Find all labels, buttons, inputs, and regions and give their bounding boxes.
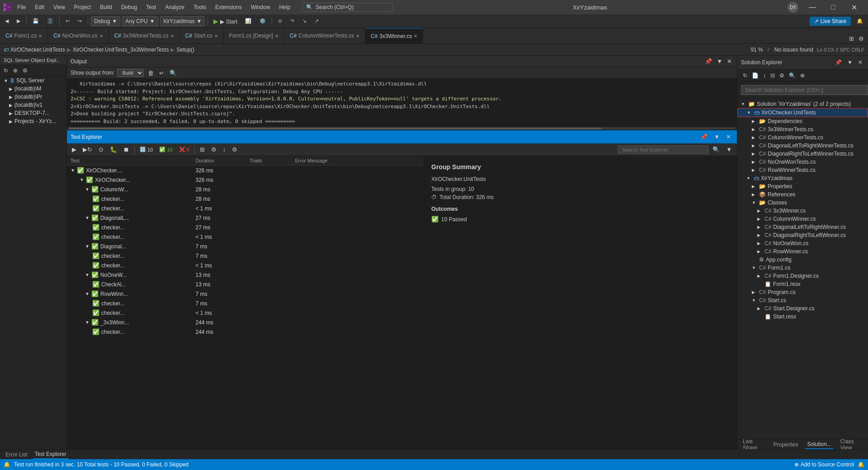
se-startresx[interactable]: 📋 Start.resx bbox=[737, 313, 868, 321]
title-search-box[interactable]: 🔍 Search (Ctrl+Q) bbox=[302, 3, 392, 12]
output-wrap-icon[interactable]: ↵ bbox=[158, 69, 165, 77]
output-clear-icon[interactable]: 🗑 bbox=[146, 69, 155, 77]
tab-bar-overflow[interactable]: ⊞ bbox=[847, 34, 856, 43]
tab-form1cs[interactable]: C# Form1.cs ✕ bbox=[0, 28, 48, 43]
sql-refresh-btn[interactable]: ↻ bbox=[2, 66, 10, 75]
start-button[interactable]: ▶ ▶ Start bbox=[211, 17, 240, 26]
se-class-noonewon[interactable]: ▶ C# NoOneWon.cs bbox=[737, 239, 868, 247]
config-dropdown[interactable]: Debug ▼ bbox=[91, 16, 120, 26]
se-classes-folder[interactable]: ▼ 📂 Classes bbox=[737, 199, 868, 207]
sql-desktop[interactable]: ▶ DESKTOP-7... bbox=[0, 109, 66, 117]
test-row-root[interactable]: ▼ ✅ XirOChecker.... 326 ms bbox=[67, 166, 424, 175]
te-settings-btn[interactable]: ⚙ bbox=[230, 145, 240, 154]
sql-filter-btn[interactable]: ⚙ bbox=[21, 66, 29, 75]
se-app-config[interactable]: ⚙ App.config bbox=[737, 256, 868, 264]
tab-bar-settings[interactable]: ⚙ bbox=[856, 34, 866, 43]
live-share-button[interactable]: ↗ Live Share bbox=[810, 17, 851, 26]
menu-build[interactable]: Build bbox=[95, 2, 117, 12]
se-form1resx[interactable]: 📋 Form1.resx bbox=[737, 280, 868, 288]
menu-project[interactable]: Project bbox=[70, 2, 95, 12]
output-find-icon[interactable]: 🔍 bbox=[168, 69, 178, 77]
test-row-12[interactable]: ✅ CheckAl... 13 ms bbox=[67, 280, 424, 289]
test-search-input[interactable] bbox=[618, 146, 708, 154]
platform-dropdown[interactable]: Any CPU ▼ bbox=[122, 16, 158, 26]
menu-tools[interactable]: Tools bbox=[189, 2, 211, 12]
toolbar-step-out[interactable]: ↗ bbox=[311, 17, 322, 25]
test-row-2[interactable]: ▼ ✅ ColumnW... 28 ms bbox=[67, 185, 424, 194]
test-row-17[interactable]: ✅ checker... 244 ms bbox=[67, 327, 424, 337]
status-bell-icon[interactable]: 🔔 bbox=[858, 461, 864, 468]
menu-file[interactable]: File bbox=[13, 2, 30, 12]
tab-close-3x3winner[interactable]: ✕ bbox=[414, 33, 417, 38]
output-pin-icon[interactable]: 📌 bbox=[703, 57, 713, 65]
te-run-failed-btn[interactable]: ▶↻ bbox=[80, 145, 94, 154]
tab-close-3x3winnertests[interactable]: ✕ bbox=[170, 33, 174, 38]
se-class-diagrl[interactable]: ▶ C# DiagonalRightToLeftWinner.cs bbox=[737, 231, 868, 239]
se-class-diaglr[interactable]: ▶ C# DiagonalLeftToRightWinner.cs bbox=[737, 223, 868, 231]
se-bottom-solution[interactable]: Solution... bbox=[805, 440, 833, 449]
se-class-3x3winner[interactable]: ▶ C# 3x3Winner.cs bbox=[737, 207, 868, 215]
se-file-rowwinner-tests[interactable]: ▶ C# RowWinnerTests.cs bbox=[737, 166, 868, 174]
sql-localdb-v1[interactable]: ▶ (localdb)\v1 bbox=[0, 101, 66, 109]
test-row-1[interactable]: ▼ ✅ XirOChecker... 326 ms bbox=[67, 175, 424, 185]
toolbar-settings[interactable]: ⚙️ bbox=[256, 17, 269, 25]
tab-close-columnwinnertests[interactable]: ✕ bbox=[356, 33, 359, 38]
project-dropdown[interactable]: XirYzaidimas ▼ bbox=[160, 16, 205, 26]
te-filter-btn[interactable]: ⚙ bbox=[209, 145, 219, 154]
close-button[interactable]: ✕ bbox=[844, 0, 864, 14]
se-solution-root[interactable]: ▼ 📁 Solution 'XirYzaidimas' (2 of 2 proj… bbox=[737, 100, 868, 108]
test-row-8[interactable]: ▼ ✅ Diagonal... 7 ms bbox=[67, 242, 424, 251]
se-form1designer[interactable]: ▶ C# Form1.Designer.cs bbox=[737, 272, 868, 280]
tab-form1design[interactable]: Form1.cs [Design] ✕ bbox=[224, 28, 284, 43]
test-row-4[interactable]: ✅ checker... < 1 ms bbox=[67, 204, 424, 213]
sql-localdb-pr[interactable]: ▶ (localdb)\Pr bbox=[0, 93, 66, 101]
te-group-btn[interactable]: ⊞ bbox=[198, 145, 207, 154]
te-close-btn[interactable]: ✕ bbox=[724, 132, 733, 142]
se-properties[interactable]: ▶ 📂 Properties bbox=[737, 182, 868, 190]
se-refresh-btn[interactable]: ↕ bbox=[761, 71, 768, 80]
se-sync-btn[interactable]: ↻ bbox=[741, 71, 749, 80]
toolbar-nav-forward[interactable]: ▶ bbox=[14, 17, 24, 25]
se-form1cs[interactable]: ▼ C# Form1.cs bbox=[737, 264, 868, 272]
te-dropdown-btn[interactable]: ▼ bbox=[712, 132, 722, 142]
tab-close-form1design[interactable]: ✕ bbox=[275, 33, 278, 38]
toolbar-step-over[interactable]: ↷ bbox=[287, 17, 297, 25]
toolbar-redo[interactable]: ↪ bbox=[75, 17, 85, 25]
toolbar-step-in[interactable]: ↘ bbox=[299, 17, 310, 25]
output-close-icon[interactable]: ✕ bbox=[726, 57, 733, 65]
output-dropdown-icon[interactable]: ▼ bbox=[715, 57, 724, 65]
se-references[interactable]: ▶ 📦 References bbox=[737, 190, 868, 199]
tab-columnwinnertests[interactable]: C# ColumnWinnerTests.cs ✕ bbox=[284, 28, 365, 43]
se-show-all-files-btn[interactable]: 📄 bbox=[750, 71, 760, 80]
tab-close-form1cs[interactable]: ✕ bbox=[38, 33, 42, 38]
se-collapse-btn[interactable]: ⊟ bbox=[769, 71, 777, 80]
status-add-source-control[interactable]: ⊕ Add to Source Control bbox=[794, 461, 854, 468]
output-source-dropdown[interactable]: Build bbox=[117, 69, 144, 77]
se-bottom-live-share[interactable]: Live Share bbox=[741, 437, 766, 450]
toolbar-breakpoint[interactable]: ⊙ bbox=[275, 17, 285, 25]
test-row-3[interactable]: ✅ checker... 28 ms bbox=[67, 194, 424, 204]
te-debug-btn[interactable]: 🐛 bbox=[108, 145, 119, 154]
sql-localdb-m[interactable]: ▶ (localdb)\M bbox=[0, 85, 66, 93]
menu-help[interactable]: Help bbox=[274, 2, 295, 12]
te-search-settings-icon[interactable]: ▼ bbox=[724, 145, 734, 154]
test-row-14[interactable]: ✅ checker... 7 ms bbox=[67, 299, 424, 308]
test-row-5[interactable]: ▼ ✅ DiagonalL... 27 ms bbox=[67, 213, 424, 223]
bottom-tab-error-list[interactable]: Error List bbox=[4, 451, 29, 459]
se-project-unitTests[interactable]: ▼ 🗃 XirOChecker.UnitTests bbox=[737, 108, 868, 117]
toolbar-notifications[interactable]: 🔔 bbox=[854, 17, 866, 25]
sql-server-root[interactable]: ▼ 🗄 SQL Server bbox=[0, 76, 66, 85]
te-run-all-btn[interactable]: ▶ bbox=[70, 145, 79, 154]
test-row-6[interactable]: ✅ checker... 27 ms bbox=[67, 223, 424, 232]
se-startcs[interactable]: ▼ C# Start.cs bbox=[737, 296, 868, 304]
se-pin-btn[interactable]: 📌 bbox=[833, 58, 844, 66]
test-row-15[interactable]: ✅ checker... < 1 ms bbox=[67, 308, 424, 318]
te-pin-btn[interactable]: 📌 bbox=[698, 132, 710, 142]
menu-edit[interactable]: Edit bbox=[30, 2, 49, 12]
se-bottom-properties[interactable]: Properties bbox=[772, 441, 800, 449]
se-more-btn[interactable]: ⊕ bbox=[798, 71, 807, 80]
te-stop-btn[interactable]: ⏹ bbox=[121, 145, 132, 154]
menu-debug[interactable]: Debug bbox=[117, 2, 142, 12]
tab-noonewon[interactable]: C# NoOneWon.cs ✕ bbox=[48, 28, 108, 43]
sql-projects[interactable]: ▶ Projects - XirYz... bbox=[0, 117, 66, 125]
